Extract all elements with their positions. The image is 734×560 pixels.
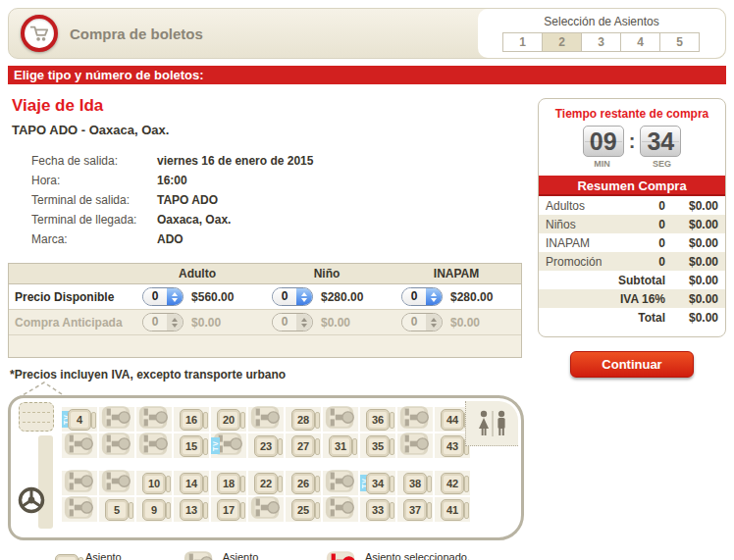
seat-4[interactable]: 4 [68, 409, 91, 431]
seat-cell-2-7 [323, 471, 358, 495]
steps: 12345 [503, 32, 700, 52]
price-cell-1-0: 0$0.00 [132, 313, 262, 331]
seat-cell-3-1: 5 [99, 497, 134, 522]
selected-seat-icon [325, 550, 358, 560]
summary-count: 0 [603, 255, 665, 269]
bus-door [19, 402, 54, 432]
summary-row-0: Adultos0$0.00 [539, 196, 725, 215]
seat-17[interactable]: 17 [217, 499, 240, 521]
trip-route: TAPO ADO - Oaxaca, Oax. [12, 123, 522, 137]
bus-row-1: 15TV2327313543 [62, 433, 472, 458]
seat-13[interactable]: 13 [180, 499, 203, 521]
summary-label: Promoción [546, 255, 603, 269]
seat-43[interactable]: 43 [441, 435, 464, 457]
legend-text: Asientoocupado [223, 551, 264, 560]
seat-cell-1-7: 31 [323, 433, 358, 458]
seat-28[interactable]: 28 [291, 409, 315, 431]
step-5[interactable]: 5 [659, 32, 700, 52]
seat-9[interactable]: 9 [142, 499, 166, 521]
detail-row-1: Hora:16:00 [31, 171, 522, 190]
seat-23[interactable]: 23 [254, 435, 278, 457]
seat-36[interactable]: 36 [366, 409, 390, 431]
seat-cell-0-5 [248, 407, 284, 432]
legend-item-free: 3Asientolibre [55, 551, 122, 560]
timer-title: Tiempo restante de compra [539, 107, 725, 121]
price-value: $280.00 [450, 290, 493, 304]
stepper-arrows-icon[interactable] [426, 288, 442, 305]
qty-stepper-0-2[interactable]: 0 [401, 287, 443, 306]
price-table: Adulto Niño INAPAM Precio Disponible0$56… [8, 263, 522, 358]
price-table-header: Adulto Niño INAPAM [9, 264, 521, 284]
seat-41[interactable]: 41 [441, 499, 464, 521]
seat-cell-3-9: 37 [397, 497, 433, 522]
step-1[interactable]: 1 [502, 32, 543, 52]
seat-38[interactable]: 38 [403, 473, 427, 494]
stepper-arrows-icon[interactable] [167, 288, 183, 305]
column-adulto: Adulto [132, 267, 262, 280]
detail-row-3: Terminal de llegada:Oaxaca, Oax. [31, 210, 522, 229]
seat-44[interactable]: 44 [441, 409, 464, 431]
step-2[interactable]: 2 [542, 32, 582, 52]
seat-25[interactable]: 25 [291, 499, 315, 521]
summary-row-4: Subtotal$0.00 [539, 271, 725, 289]
seat-cell-2-9: 38 [397, 471, 433, 495]
seat-18[interactable]: 18 [217, 473, 240, 494]
qty-stepper-0-1[interactable]: 0 [272, 287, 313, 306]
price-value: $560.00 [191, 290, 234, 304]
price-value: $280.00 [321, 290, 363, 304]
seat-cell-0-7 [323, 407, 358, 432]
down-arrow-icon [301, 324, 307, 328]
step-4[interactable]: 4 [620, 32, 660, 52]
seat-15[interactable]: 15 [180, 435, 203, 457]
seat-5[interactable]: 5 [105, 499, 129, 521]
bus-row-0: TV41620283644 [62, 407, 472, 432]
seat-cell-3-2: 9 [136, 497, 172, 522]
stepper-arrows-icon[interactable] [296, 288, 312, 305]
detail-label: Terminal de llegada: [31, 213, 157, 227]
seat-cell-0-3: 16 [174, 407, 209, 432]
bus-seat-map: TV4162028364415TV23273135431014182226TV3… [8, 395, 524, 540]
seat-22[interactable]: 22 [254, 473, 278, 494]
seat-26[interactable]: 26 [291, 473, 315, 494]
seat-20[interactable]: 20 [217, 409, 240, 431]
seat-cell-0-2 [136, 407, 172, 432]
door-swing-dashes [15, 381, 68, 399]
occupied-seat-icon [183, 550, 216, 560]
seat-10[interactable]: 10 [142, 473, 166, 494]
seat-37[interactable]: 37 [403, 499, 427, 521]
restroom-icon [465, 401, 518, 446]
continue-button[interactable]: Continuar [570, 351, 694, 378]
seat-16[interactable]: 16 [180, 409, 203, 431]
qty-value: 0 [402, 314, 426, 331]
detail-label: Fecha de salida: [31, 154, 157, 168]
summary-amount: $0.00 [665, 199, 718, 213]
detail-row-4: Marca:ADO [31, 229, 522, 249]
step-3[interactable]: 3 [581, 32, 621, 52]
seat-31[interactable]: 31 [329, 435, 352, 457]
down-arrow-icon [172, 298, 178, 302]
detail-label: Hora: [31, 174, 157, 187]
seat-42[interactable]: 42 [441, 473, 464, 494]
bus-row-3: 59131725333741 [62, 497, 472, 522]
seat-33[interactable]: 33 [366, 499, 390, 521]
purchase-summary-box: Tiempo restante de compra 09 : 34 MIN SE… [538, 98, 726, 337]
qty-stepper-0-0[interactable]: 0 [142, 287, 184, 306]
summary-amount: $0.00 [665, 292, 718, 306]
occupied-seat-icon [137, 405, 171, 433]
down-arrow-icon [172, 324, 178, 328]
content: Viaje de Ida TAPO ADO - Oaxaca, Oax. Fec… [8, 94, 726, 382]
up-arrow-icon [431, 318, 437, 322]
seat-14[interactable]: 14 [180, 473, 203, 494]
seat-35[interactable]: 35 [366, 435, 390, 457]
summary-count: 0 [603, 218, 665, 231]
seat-34[interactable]: 34 [366, 473, 390, 494]
summary-count: 0 [603, 199, 665, 213]
seat-cell-1-8: 35 [360, 433, 395, 458]
seat-cell-1-4: TV [211, 433, 246, 458]
steps-label: Selección de Asientos [544, 15, 658, 28]
seat-27[interactable]: 27 [291, 435, 315, 457]
tv-icon: TV [211, 437, 220, 454]
summary-row-5: IVA 16%$0.00 [539, 289, 725, 308]
seat-cell-2-10: 42 [435, 471, 470, 495]
seat-cell-3-3: 13 [174, 497, 209, 522]
